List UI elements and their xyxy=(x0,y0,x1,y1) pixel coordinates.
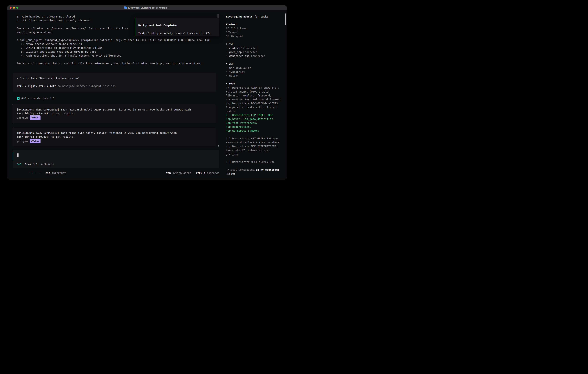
bullet-icon xyxy=(226,70,229,73)
spinner-icon: ··· xyxy=(29,171,34,174)
tool-call-item: 4. Path operations that don't handle Win… xyxy=(17,54,223,58)
lsp-item: typescript xyxy=(226,70,284,74)
message-author: yeongyu xyxy=(17,116,28,120)
mcp-item: websearch_exa Connected xyxy=(226,54,284,58)
text-cursor xyxy=(17,154,19,157)
gear-icon xyxy=(17,39,20,42)
tool-call-item: 1. Array access without bounds checking xyxy=(17,42,223,46)
workspace-path: ~/local-workspaces/oh-my-opencode: xyxy=(226,168,284,172)
todo-heading[interactable]: Todo xyxy=(226,82,284,86)
context-used: 33% used xyxy=(226,30,284,34)
chevron-down-icon xyxy=(226,82,229,85)
message-footer: yeongyu QUEUED xyxy=(17,139,213,143)
context-tokens: 66,518 tokens xyxy=(226,26,284,30)
lsp-section: LSP markdown-oxide typescript eslint xyxy=(226,62,284,78)
close-button[interactable] xyxy=(10,7,11,9)
prompt-input-area[interactable]: OmO Opus 4.5 Anthropic xyxy=(13,150,219,168)
lsp-heading[interactable]: LSP xyxy=(226,62,284,66)
message-block: [BACKGROUND TASK COMPLETED] Task "Find t… xyxy=(13,128,216,146)
esc-key-hint: esc xyxy=(45,171,50,174)
agent-model: claude-opus-4-5 xyxy=(31,96,54,100)
agent-icon xyxy=(17,97,20,100)
traffic-lights xyxy=(10,7,18,9)
todo-item: [✓] Demonstrate BACKGROUND AGENTS: Run p… xyxy=(226,101,284,113)
bullet-icon xyxy=(226,54,229,57)
message-block: [BACKGROUND TASK COMPLETED] Task "Resear… xyxy=(13,104,216,123)
session-title: Leveraging agents for tasks xyxy=(226,15,284,19)
oracle-task-title: Oracle Task "Deep architecture review" xyxy=(17,76,216,80)
message-footer: yeongyu QUEUED xyxy=(17,115,213,120)
mcp-item: grep_app Connected xyxy=(226,50,284,54)
conversation-pane: Background Task Completed Task "Find typ… xyxy=(7,10,223,179)
workspace-branch: master xyxy=(226,172,284,176)
record-icon xyxy=(17,77,20,80)
sidebar-scrollbar-thumb[interactable] xyxy=(285,13,286,25)
todo-item: [ ] Demonstrate MULTIMODAL: Use xyxy=(226,160,284,164)
notification-body: Task "Find type safety issues" finished … xyxy=(138,31,219,35)
prompt-editor[interactable] xyxy=(13,152,219,160)
agent-header: OmO · claude-opus-4-5 xyxy=(17,96,223,100)
tool-call-item: 2. String operations on potentially unde… xyxy=(17,46,223,50)
mcp-section: MCP context7 Connected grep_app Connecte… xyxy=(226,42,284,58)
mcp-item: context7 Connected xyxy=(226,46,284,50)
context-section: Context 66,518 tokens 33% used $0.46 spe… xyxy=(226,22,284,38)
bullet-icon xyxy=(226,66,229,69)
active-model-label: Opus 4.5 xyxy=(25,162,38,166)
todo-item: [ ] Demonstrate AST-GREP: Pattern search… xyxy=(226,136,284,144)
session-sidebar: Leveraging agents for tasks Context 66,5… xyxy=(223,10,287,179)
message-line: [BACKGROUND TASK COMPLETED] Task "Find t… xyxy=(17,131,213,135)
separator-dot: · xyxy=(28,96,29,100)
window-title-text: [OpenCode] Leveraging agents for tasks xyxy=(128,7,167,9)
esc-key-label: interrupt xyxy=(52,171,66,174)
background-task-notification: Background Task Completed Task "Find typ… xyxy=(135,18,219,36)
minimize-button[interactable] xyxy=(13,7,15,9)
log-block: Search src/ directory. Return specific f… xyxy=(17,62,223,65)
model-info-row: OmO Opus 4.5 Anthropic xyxy=(13,162,219,166)
oracle-navigation-hint: ctrl+x right, ctrl+x left to navigate be… xyxy=(17,84,216,88)
terminal-window: [OpenCode] Leveraging agents for tasks ◐… xyxy=(7,5,287,179)
active-agent-label: OmO xyxy=(17,162,21,166)
folder-icon xyxy=(125,7,127,9)
mcp-heading[interactable]: MCP xyxy=(226,42,284,46)
commands-key-hint: ctrl+p commands xyxy=(196,171,219,175)
message-line: task_id="bg_6f59260c" to get results. xyxy=(17,135,213,139)
lsp-item: markdown-oxide xyxy=(226,66,284,70)
half-circle-icon: ◐ xyxy=(168,7,169,9)
log-line: Search src/ directory. Return specific f… xyxy=(17,62,223,65)
todo-item: [✓] Demonstrate AGENTS: Show all 7 curat… xyxy=(226,86,284,101)
status-badge: QUEUED xyxy=(30,139,41,143)
chevron-down-icon xyxy=(226,62,229,65)
chevron-down-icon xyxy=(226,42,229,45)
status-right: tab switch agent ctrl+p commands xyxy=(166,171,219,175)
spinner-icon-dim: ····· xyxy=(34,171,42,174)
message-line: task_id="bg_dcfac161" to get results. xyxy=(17,112,213,115)
window-title: [OpenCode] Leveraging agents for tasks ◐ xyxy=(7,7,287,9)
tool-call-item: 3. Division operations that could divide… xyxy=(17,50,223,54)
oracle-task-panel: Oracle Task "Deep architecture review" c… xyxy=(13,73,216,92)
title-bar[interactable]: [OpenCode] Leveraging agents for tasks ◐ xyxy=(7,6,287,10)
status-badge: QUEUED xyxy=(30,115,41,120)
message-author: yeongyu xyxy=(17,139,28,143)
message-line: [BACKGROUND TASK COMPLETED] Task "Resear… xyxy=(17,108,213,112)
tool-call-header: call_omo_agent [subagent_type=explore, p… xyxy=(17,38,223,42)
status-left: ········esc interrupt xyxy=(13,167,66,179)
lsp-item: eslint xyxy=(226,74,284,78)
tab-key-hint: tab switch agent xyxy=(166,171,191,175)
zoom-button[interactable] xyxy=(16,7,18,9)
tool-call-block: call_omo_agent [subagent_type=explore, p… xyxy=(17,38,223,58)
context-heading: Context xyxy=(226,22,284,26)
todo-item-active: [ ] Demonstrate LSP TOOLS: Use lsp_hover… xyxy=(226,113,284,133)
context-spent: $0.46 spent xyxy=(226,34,284,38)
workspace-info: ~/local-workspaces/oh-my-opencode: maste… xyxy=(226,168,284,176)
agent-name: OmO xyxy=(21,96,26,100)
model-provider-label: Anthropic xyxy=(40,162,54,166)
todo-section: Todo [✓] Demonstrate AGENTS: Show all 7 … xyxy=(226,82,284,164)
scrollbar-thumb[interactable] xyxy=(218,145,219,146)
bullet-icon xyxy=(226,74,229,77)
todo-item: [ ] Demonstrate MCP INTEGRATIONS: Use co… xyxy=(226,144,284,156)
status-bar: ········esc interrupt tab switch agent c… xyxy=(13,171,219,175)
notification-title: Background Task Completed xyxy=(138,23,219,27)
bullet-icon xyxy=(226,51,229,53)
bullet-icon xyxy=(226,47,229,50)
